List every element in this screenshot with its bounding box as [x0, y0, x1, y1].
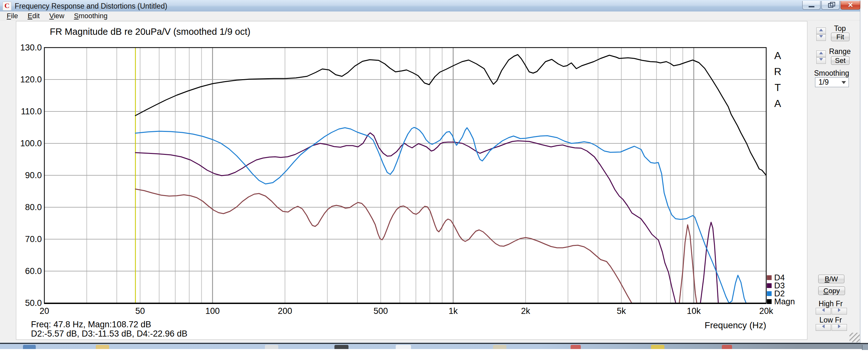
show-desktop-button[interactable] [862, 345, 868, 350]
chevron-down-icon [841, 81, 846, 84]
curve-d4 [679, 225, 696, 304]
high-fr-label: High Fr [813, 299, 848, 308]
low-fr-increase-button[interactable] [832, 324, 847, 331]
x-tick-label: 10k [676, 306, 711, 316]
legend-swatch-icon [767, 283, 772, 288]
x-tick-label: 2k [508, 306, 543, 316]
x-tick-label: 200 [268, 306, 303, 316]
restore-icon [828, 3, 833, 8]
x-tick-label: 100 [195, 306, 230, 316]
taskbar-app-icon[interactable] [96, 345, 109, 349]
taskbar-app-icon[interactable] [335, 345, 348, 349]
up-arrow-icon [819, 52, 823, 54]
right-arrow-icon [838, 324, 841, 328]
cursor-readout-distortion: D2:-5.57 dB, D3:-11.53 dB, D4:-22.96 dB [31, 329, 187, 339]
taskbar-app-icon[interactable] [570, 345, 581, 349]
curve-magn [135, 55, 766, 175]
range-spin-up-button[interactable] [816, 51, 826, 57]
curve-d4 [135, 189, 631, 302]
cursor-readout-magnitude: Freq: 47.8 Hz, Magn:108.72 dB [31, 320, 151, 330]
menu-item-view[interactable]: View [44, 12, 69, 20]
y-tick-label: 70.0 [17, 234, 42, 244]
y-tick-label: 130.0 [17, 43, 42, 53]
app-icon: C [3, 2, 11, 10]
top-spin-down-button[interactable] [816, 34, 826, 41]
down-arrow-icon [819, 35, 823, 38]
legend-swatch-icon [767, 275, 772, 280]
y-tick-label: 80.0 [17, 203, 42, 212]
x-tick-label: 1k [436, 306, 471, 316]
top-label: Top [827, 24, 853, 33]
y-tick-label: 100.0 [17, 139, 42, 148]
x-axis-label: Frequency (Hz) [664, 320, 766, 330]
bw-button[interactable]: B/W [818, 275, 844, 283]
restore-button[interactable] [822, 1, 840, 9]
taskbar-app-icon[interactable] [265, 345, 278, 349]
range-label: Range [826, 47, 854, 56]
fit-button[interactable]: Fit [831, 33, 849, 41]
down-arrow-icon [819, 58, 823, 61]
arta-letter: T [772, 80, 783, 95]
fr-plot[interactable] [16, 21, 807, 339]
low-fr-label: Low Fr [813, 316, 848, 324]
low-fr-decrease-button[interactable] [816, 324, 831, 331]
curve-d2 [135, 127, 746, 303]
legend-item-magn: Magn [767, 298, 795, 305]
taskbar-app-icon[interactable] [651, 345, 664, 349]
window-title: Frequency Response and Distortions (Unti… [15, 2, 167, 10]
chart-title: FR Magnitude dB re 20uPa/V (smoothed 1/9… [50, 27, 250, 37]
left-arrow-icon [822, 324, 825, 328]
minimize-button[interactable] [802, 1, 820, 9]
range-spin-down-button[interactable] [816, 57, 826, 64]
legend-swatch-icon [767, 299, 772, 304]
y-tick-label: 60.0 [17, 266, 42, 276]
y-tick-label: 90.0 [17, 171, 42, 180]
x-tick-label: 20k [749, 306, 784, 316]
set-button[interactable]: Set [831, 56, 849, 65]
high-fr-increase-button[interactable] [832, 308, 847, 315]
x-tick-label: 5k [604, 306, 639, 316]
menu-item-edit[interactable]: Edit [23, 12, 44, 20]
arta-letter: A [772, 48, 783, 63]
arta-watermark: ARTA [772, 48, 783, 112]
taskbar-app-icon[interactable] [722, 345, 732, 349]
arta-letter: A [772, 95, 783, 112]
close-button[interactable]: ✕ [841, 1, 860, 9]
taskbar[interactable] [0, 343, 868, 349]
smoothing-value: 1/9 [818, 78, 829, 86]
smoothing-label: Smoothing [812, 69, 851, 78]
menu-bar: FileEditViewSmoothing [0, 11, 860, 21]
curve-d3 [135, 133, 676, 302]
menu-item-smoothing[interactable]: Smoothing [69, 12, 112, 20]
window-resize-grip[interactable] [849, 333, 860, 342]
legend-label: Magn [774, 298, 795, 305]
taskbar-app-icon[interactable] [23, 345, 36, 349]
minimize-icon [809, 6, 814, 7]
smoothing-dropdown[interactable]: 1/9 [815, 77, 849, 87]
chart-legend: D4D3D2Magn [767, 274, 795, 305]
high-fr-decrease-button[interactable] [816, 308, 831, 315]
y-tick-label: 120.0 [17, 75, 42, 85]
x-tick-label: 500 [363, 306, 398, 316]
title-bar[interactable]: C Frequency Response and Distortions (Un… [0, 0, 860, 11]
y-tick-label: 110.0 [17, 107, 42, 117]
left-arrow-icon [822, 308, 825, 312]
right-arrow-icon [838, 308, 841, 312]
chart-panel: FR Magnitude dB re 20uPa/V (smoothed 1/9… [16, 21, 807, 340]
copy-button[interactable]: Copy [818, 287, 845, 295]
menu-item-file[interactable]: File [2, 12, 23, 20]
curve-d3 [701, 222, 718, 304]
legend-swatch-icon [767, 291, 772, 296]
taskbar-app-icon[interactable] [396, 345, 411, 349]
taskbar-app-icon[interactable] [493, 345, 506, 349]
arta-letter: R [772, 63, 783, 80]
close-icon: ✕ [847, 1, 853, 9]
up-arrow-icon [819, 29, 823, 31]
x-tick-label: 20 [27, 306, 62, 316]
app-window: C Frequency Response and Distortions (Un… [0, 0, 860, 343]
x-tick-label: 50 [123, 306, 158, 316]
top-spin-up-button[interactable] [816, 27, 826, 34]
